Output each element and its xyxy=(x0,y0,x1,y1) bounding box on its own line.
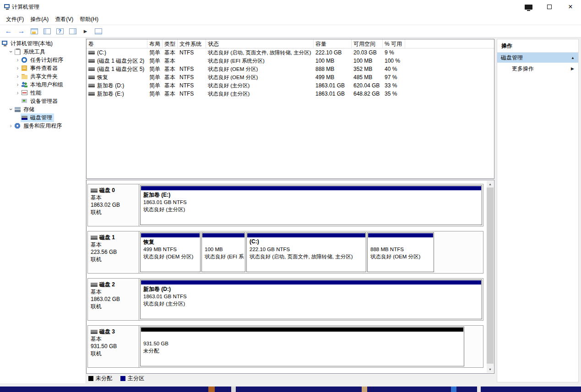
tree-item-services-apps[interactable]: ›服务和应用程序 xyxy=(0,122,86,130)
scroll-thumb[interactable] xyxy=(487,188,494,364)
cell-capacity: 1863.01 GB xyxy=(314,82,352,89)
menu-file[interactable]: 文件(F) xyxy=(3,14,27,25)
export-arrow-button[interactable] xyxy=(80,26,91,37)
menu-action[interactable]: 操作(A) xyxy=(27,14,52,25)
partition-size-line: 222.10 GB NTFS xyxy=(247,246,366,253)
partition-color-strip xyxy=(141,280,481,285)
taskbar-strip xyxy=(0,387,581,392)
cell-layout: 简单 xyxy=(147,49,163,57)
partition-status-line: 未分配 xyxy=(141,347,464,354)
collapse-chevron-icon[interactable]: ▲ xyxy=(571,56,575,60)
disk-size: 1863.02 GB xyxy=(91,295,136,303)
show-console-tree-button[interactable] xyxy=(41,26,53,37)
column-header-2[interactable]: 类型 xyxy=(163,39,178,48)
forward-button[interactable] xyxy=(16,26,27,37)
disk-header[interactable]: 磁盘 0基本1863.02 GB联机 xyxy=(88,184,139,226)
partition-block[interactable]: 931.50 GB未分配 xyxy=(140,327,464,366)
twisty-icon[interactable]: › xyxy=(15,90,21,96)
partitions-area: 931.50 GB未分配 xyxy=(139,326,483,367)
maximize-button[interactable] xyxy=(539,0,560,14)
back-button[interactable] xyxy=(3,26,14,37)
column-header-7[interactable]: % 可用 xyxy=(383,39,405,48)
minimize-button[interactable] xyxy=(518,0,539,14)
twisty-icon[interactable]: › xyxy=(8,49,14,55)
twisty-icon[interactable]: › xyxy=(15,57,21,63)
actions-section-disk-management[interactable]: 磁盘管理 ▲ xyxy=(497,53,578,63)
vertical-scrollbar[interactable]: ▲ ▼ xyxy=(487,181,494,373)
partition-block[interactable]: 恢复499 MB NTFS状态良好 (OEM 分区) xyxy=(140,232,201,272)
column-header-3[interactable]: 文件系统 xyxy=(178,39,206,48)
app-icon xyxy=(4,4,11,10)
show-console-tree-icon xyxy=(43,28,51,34)
menu-help[interactable]: 帮助(H) xyxy=(76,14,102,25)
partition-size-line: 1863.01 GB NTFS xyxy=(141,293,482,300)
twisty-icon[interactable]: › xyxy=(8,123,14,129)
tree-item-device-manager[interactable]: ›设备管理器 xyxy=(0,97,86,105)
tree-item-shared-folders[interactable]: ›共享文件夹 xyxy=(0,72,86,81)
tree-item-disk-management[interactable]: ›磁盘管理 xyxy=(0,113,86,122)
show-action-pane-button[interactable] xyxy=(67,26,78,37)
disk-header[interactable]: 磁盘 2基本1863.02 GB联机 xyxy=(88,279,139,320)
more-actions[interactable]: 更多操作 ▶ xyxy=(497,63,578,75)
tree-item-storage[interactable]: ›存储 xyxy=(0,105,86,113)
partition-block[interactable]: 新加卷 (D:)1863.01 GB NTFS状态良好 (主分区) xyxy=(140,279,482,319)
tree-item-performance[interactable]: ›性能 xyxy=(0,89,86,97)
volume-row-5[interactable]: 新加卷 (E:)简单基本NTFS状态良好 (主分区)1863.01 GB648.… xyxy=(87,90,494,98)
tree-item-task-scheduler[interactable]: ›任务计划程序 xyxy=(0,56,86,64)
tree-item-computer-management[interactable]: ›计算机管理(本地) xyxy=(0,39,86,48)
volume-row-0[interactable]: (C:)简单基本NTFS状态良好 (启动, 页面文件, 故障转储, 主分区)22… xyxy=(87,48,494,57)
disk-header[interactable]: 磁盘 3基本931.50 GB联机 xyxy=(88,326,139,367)
column-header-1[interactable]: 布局 xyxy=(147,39,163,48)
cell-filesystem: NTFS xyxy=(178,66,206,72)
disk-header[interactable]: 磁盘 1基本223.56 GB联机 xyxy=(88,231,139,273)
partition-status-line: 状态良好 (OEM 分区) xyxy=(368,253,434,260)
tree-item-label: 设备管理器 xyxy=(30,97,58,105)
disk-name: 磁盘 2 xyxy=(99,281,115,288)
cell-volume: 新加卷 (E:) xyxy=(87,90,147,98)
partition-block[interactable]: 新加卷 (E:)1863.01 GB NTFS状态良好 (主分区) xyxy=(140,185,482,225)
cell-volume: (磁盘 1 磁盘分区 5) xyxy=(87,65,147,73)
menu-view[interactable]: 查看(V) xyxy=(52,14,76,25)
volume-row-2[interactable]: (磁盘 1 磁盘分区 5)简单基本NTFS状态良好 (OEM 分区)888 MB… xyxy=(87,65,494,73)
cell-filesystem: NTFS xyxy=(178,91,206,97)
titlebar: 计算机管理 × xyxy=(0,0,581,14)
volume-row-4[interactable]: 新加卷 (D:)简单基本NTFS状态良好 (主分区)1863.01 GB620.… xyxy=(87,81,494,90)
tree-item-label: 存储 xyxy=(23,106,34,113)
cell-capacity: 888 MB xyxy=(314,66,352,72)
back-icon xyxy=(5,27,12,35)
partition-block[interactable]: 888 MB NTFS状态良好 (OEM 分区) xyxy=(367,232,434,272)
column-header-4[interactable]: 状态 xyxy=(206,39,314,48)
column-header-5[interactable]: 容量 xyxy=(314,39,352,48)
taskbar-sliver xyxy=(451,387,456,392)
help-button[interactable] xyxy=(54,26,65,37)
monitor-icon xyxy=(525,5,532,10)
column-header-0[interactable]: 卷 xyxy=(87,39,147,48)
performance-icon xyxy=(21,90,28,96)
close-button[interactable]: × xyxy=(560,0,581,14)
column-header-6[interactable]: 可用空间 xyxy=(352,39,383,48)
volume-icon xyxy=(88,59,95,63)
twisty-icon[interactable]: › xyxy=(15,81,21,88)
console-tree: ›计算机管理(本地)›系统工具›任务计划程序›事件查看器›共享文件夹›本地用户和… xyxy=(0,38,86,383)
tree-item-system-tools[interactable]: ›系统工具 xyxy=(0,48,86,56)
volume-row-3[interactable]: 恢复简单基本NTFS状态良好 (OEM 分区)499 MB485 MB97 % xyxy=(87,73,494,81)
partition-block[interactable]: (C:)222.10 GB NTFS状态良好 (启动, 页面文件, 故障转储, … xyxy=(246,232,366,272)
scroll-up-icon[interactable]: ▲ xyxy=(487,181,494,188)
tree-item-local-users-groups[interactable]: ›本地用户和组 xyxy=(0,81,86,89)
legend-item: 未分配 xyxy=(88,375,112,382)
more-actions-label: 更多操作 xyxy=(512,65,534,73)
partition-block[interactable]: 100 MB状态良好 (EFI 系 xyxy=(201,232,245,272)
center-pane: 卷布局类型文件系统状态容量可用空间% 可用 (C:)简单基本NTFS状态良好 (… xyxy=(86,38,494,383)
main-area: ›计算机管理(本地)›系统工具›任务计划程序›事件查看器›共享文件夹›本地用户和… xyxy=(0,38,581,383)
volume-row-1[interactable]: (磁盘 1 磁盘分区 2)简单基本状态良好 (EFI 系统分区)100 MB10… xyxy=(87,57,494,65)
cell-layout: 简单 xyxy=(147,82,163,90)
scroll-down-icon[interactable]: ▼ xyxy=(487,366,494,373)
partition-status-line: 状态良好 (OEM 分区) xyxy=(141,253,200,260)
tree-item-event-viewer[interactable]: ›事件查看器 xyxy=(0,64,86,72)
twisty-icon[interactable]: › xyxy=(15,65,21,71)
twisty-icon[interactable]: › xyxy=(15,73,21,80)
console-window-button[interactable] xyxy=(28,26,40,37)
tree-item-label: 系统工具 xyxy=(23,48,45,56)
twisty-icon[interactable]: › xyxy=(8,107,14,113)
panel-button[interactable] xyxy=(92,26,104,37)
